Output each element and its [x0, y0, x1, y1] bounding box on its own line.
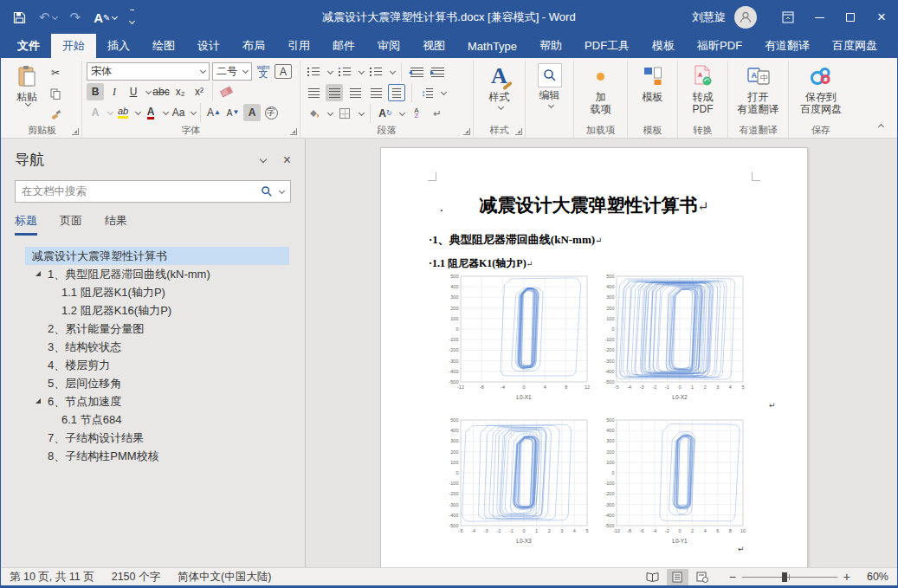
bold-button[interactable]: B: [87, 83, 104, 100]
page-indicator[interactable]: 第 10 页, 共 11 页: [10, 570, 94, 585]
grow-font-button[interactable]: A▲: [205, 104, 223, 121]
phonetic-guide-icon[interactable]: wén文: [255, 63, 272, 81]
user-name[interactable]: 刘慧旋: [692, 10, 726, 25]
italic-button[interactable]: I: [106, 83, 123, 100]
tab-引用[interactable]: 引用: [276, 34, 321, 58]
maximize-button[interactable]: [835, 1, 866, 34]
font-size-select[interactable]: 二号: [212, 62, 252, 81]
font-dialog-launcher[interactable]: [290, 128, 297, 135]
copy-icon[interactable]: [47, 85, 64, 102]
expand-collapse-icon[interactable]: [36, 398, 41, 404]
word-count[interactable]: 2150 个字: [112, 570, 160, 585]
tab-模板[interactable]: 模板: [641, 34, 686, 58]
tell-me[interactable]: 告诉我: [888, 34, 898, 58]
expand-collapse-icon[interactable]: [36, 271, 41, 276]
clear-formatting-icon[interactable]: [217, 83, 235, 100]
undo-icon[interactable]: ↶: [39, 10, 57, 25]
baidu-save-button[interactable]: 保存到 百度网盘: [793, 61, 849, 118]
nav-tree-item[interactable]: 6、节点加速度: [25, 392, 289, 410]
tab-开始[interactable]: 开始: [51, 34, 96, 58]
customize-qat-icon[interactable]: [130, 10, 134, 26]
zoom-slider[interactable]: [742, 572, 837, 583]
templates-button[interactable]: 模板: [632, 61, 673, 105]
zoom-out-icon[interactable]: −: [729, 570, 736, 584]
subscript-button[interactable]: x₂: [171, 83, 189, 100]
highlight-color-button[interactable]: ab: [114, 104, 132, 121]
bullet-list-icon[interactable]: [305, 63, 322, 81]
tab-邮件[interactable]: 邮件: [321, 34, 366, 58]
close-button[interactable]: ×: [866, 1, 897, 34]
save-icon[interactable]: [13, 11, 26, 24]
multilevel-list-icon[interactable]: [367, 63, 384, 81]
paste-button[interactable]: 粘贴: [7, 61, 47, 123]
style-tool-icon[interactable]: A✎: [94, 10, 117, 25]
nav-tab-页面[interactable]: 页面: [60, 213, 82, 236]
justify-icon[interactable]: [367, 84, 384, 101]
tab-福昕PDF[interactable]: 福昕PDF: [686, 34, 753, 58]
tab-file[interactable]: 文件: [6, 34, 51, 58]
nav-close-icon[interactable]: ×: [283, 153, 291, 167]
search-icon[interactable]: [261, 185, 273, 197]
align-center-icon[interactable]: [326, 84, 343, 101]
tab-绘图[interactable]: 绘图: [141, 34, 186, 58]
nav-tree-item[interactable]: 1.2 阻尼器K16(轴力P): [25, 301, 289, 320]
shading-bucket-icon[interactable]: [305, 105, 322, 122]
nav-tree-item[interactable]: 1.1 阻尼器K1(轴力P): [25, 283, 289, 301]
nav-tree-item[interactable]: 2、累计能量分量图: [25, 320, 289, 338]
nav-search-input[interactable]: 在文档中搜索: [15, 180, 291, 203]
nav-tree-item[interactable]: 3、结构铰状态: [25, 338, 289, 356]
search-options-chevron-icon[interactable]: [279, 187, 285, 193]
increase-indent-icon[interactable]: [429, 63, 446, 81]
language-indicator[interactable]: 简体中文(中国大陆): [178, 570, 271, 585]
nav-tree-item[interactable]: 减震设计大震弹塑性计算书: [25, 247, 289, 265]
tab-帮助[interactable]: 帮助: [528, 34, 573, 58]
text-effects-button[interactable]: A: [87, 104, 104, 121]
clipboard-dialog-launcher[interactable]: [72, 128, 79, 135]
font-color-button[interactable]: A: [142, 104, 159, 121]
addins-button[interactable]: 加 载项: [578, 61, 623, 118]
highlight-dropdown[interactable]: [135, 108, 141, 114]
nav-tab-标题[interactable]: 标题: [15, 213, 37, 236]
font-color-dropdown[interactable]: [163, 108, 169, 114]
tab-布局[interactable]: 布局: [231, 34, 276, 58]
tab-百度网盘[interactable]: 百度网盘: [821, 34, 888, 58]
zoom-slider-thumb[interactable]: [782, 572, 787, 582]
distribute-icon[interactable]: [388, 84, 405, 101]
nav-tree-item[interactable]: 6.1 节点684: [25, 410, 289, 429]
document-page[interactable]: · 减震设计大震弹塑性计算书↵ ·1、典型阻尼器滞回曲线(kN-mm)↵ ·1.…: [380, 147, 808, 567]
paragraph-dialog-launcher[interactable]: [463, 128, 470, 135]
align-right-icon[interactable]: [346, 84, 364, 101]
zoom-in-icon[interactable]: +: [843, 570, 850, 584]
shrink-font-button[interactable]: A▼: [224, 104, 242, 121]
decrease-indent-icon[interactable]: [408, 63, 425, 81]
underline-dropdown[interactable]: [145, 87, 152, 94]
styles-button[interactable]: A 样式: [478, 61, 520, 111]
superscript-button[interactable]: x²: [191, 83, 208, 100]
asian-layout-icon[interactable]: A↻: [377, 105, 394, 122]
convert-pdf-button[interactable]: A 转成 PDF: [682, 61, 723, 118]
nav-tree-item[interactable]: 1、典型阻尼器滞回曲线(kN-mm): [25, 265, 289, 283]
minimize-button[interactable]: [804, 1, 835, 34]
underline-button[interactable]: U: [125, 83, 142, 100]
nav-tree-item[interactable]: 8、子结构柱PMM校核: [25, 447, 289, 465]
cut-icon[interactable]: ✂: [47, 64, 64, 81]
nav-tree-item[interactable]: 4、楼层剪力: [25, 356, 289, 374]
enclose-characters-button[interactable]: 字: [262, 104, 280, 121]
youdao-button[interactable]: A中 打开 有道翻译: [733, 61, 784, 118]
numbered-list-icon[interactable]: [336, 63, 353, 81]
nav-options-chevron-icon[interactable]: [259, 155, 266, 162]
strikethrough-button[interactable]: abc: [152, 83, 170, 100]
collapse-ribbon-icon[interactable]: [876, 117, 883, 132]
print-layout-icon[interactable]: [667, 569, 688, 585]
change-case-dropdown[interactable]: [191, 108, 197, 114]
nav-tree-item[interactable]: 7、子结构设计结果: [25, 429, 289, 447]
line-spacing-icon[interactable]: ↕: [418, 84, 436, 101]
redo-icon[interactable]: ↷: [70, 10, 81, 25]
character-border-icon[interactable]: A: [275, 64, 292, 79]
read-mode-icon[interactable]: [642, 569, 663, 585]
tab-设计[interactable]: 设计: [186, 34, 231, 58]
sort-icon[interactable]: AZ: [408, 105, 425, 122]
tab-视图[interactable]: 视图: [411, 34, 456, 58]
tab-有道翻译[interactable]: 有道翻译: [753, 34, 821, 58]
format-painter-icon[interactable]: [47, 106, 64, 123]
